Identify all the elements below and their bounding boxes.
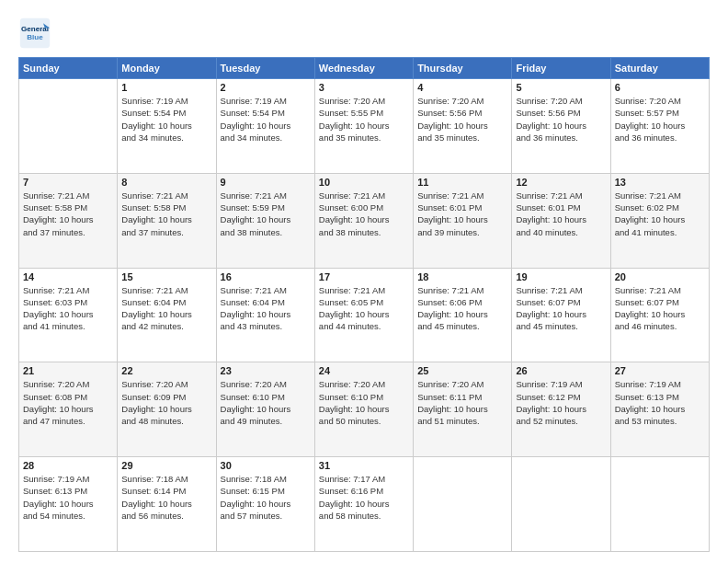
- day-number: 12: [516, 177, 606, 188]
- calendar-cell: 4Sunrise: 7:20 AM Sunset: 5:56 PM Daylig…: [414, 79, 512, 174]
- calendar-cell: 15Sunrise: 7:21 AM Sunset: 6:04 PM Dayli…: [118, 268, 216, 362]
- day-info: Sunrise: 7:21 AM Sunset: 6:01 PM Dayligh…: [417, 190, 507, 238]
- day-info: Sunrise: 7:21 AM Sunset: 6:02 PM Dayligh…: [615, 190, 705, 238]
- day-of-week-header: Friday: [512, 58, 610, 79]
- day-number: 29: [121, 460, 211, 471]
- day-info: Sunrise: 7:18 AM Sunset: 6:14 PM Dayligh…: [121, 473, 211, 522]
- day-number: 9: [221, 177, 311, 188]
- day-number: 13: [615, 177, 705, 188]
- day-info: Sunrise: 7:20 AM Sunset: 6:10 PM Dayligh…: [221, 378, 311, 427]
- day-number: 24: [319, 365, 409, 376]
- day-number: 25: [417, 365, 507, 376]
- header: General Blue: [18, 17, 710, 50]
- day-of-week-header: Tuesday: [216, 58, 314, 79]
- day-info: Sunrise: 7:21 AM Sunset: 6:01 PM Dayligh…: [516, 190, 606, 238]
- day-number: 22: [121, 365, 211, 376]
- calendar-cell: 9Sunrise: 7:21 AM Sunset: 5:59 PM Daylig…: [216, 173, 314, 268]
- calendar-cell: 8Sunrise: 7:21 AM Sunset: 5:58 PM Daylig…: [118, 173, 216, 268]
- day-number: 10: [319, 177, 409, 188]
- calendar-cell: 17Sunrise: 7:21 AM Sunset: 6:05 PM Dayli…: [314, 268, 413, 362]
- calendar-cell: 29Sunrise: 7:18 AM Sunset: 6:14 PM Dayli…: [118, 457, 216, 552]
- day-info: Sunrise: 7:21 AM Sunset: 6:07 PM Dayligh…: [516, 284, 606, 333]
- day-info: Sunrise: 7:20 AM Sunset: 5:57 PM Dayligh…: [615, 95, 705, 144]
- day-info: Sunrise: 7:20 AM Sunset: 5:55 PM Dayligh…: [319, 95, 409, 144]
- day-info: Sunrise: 7:19 AM Sunset: 6:12 PM Dayligh…: [516, 378, 606, 427]
- calendar-cell: 12Sunrise: 7:21 AM Sunset: 6:01 PM Dayli…: [512, 173, 610, 268]
- day-info: Sunrise: 7:20 AM Sunset: 5:56 PM Dayligh…: [417, 95, 507, 144]
- day-info: Sunrise: 7:20 AM Sunset: 6:08 PM Dayligh…: [23, 378, 113, 427]
- calendar-cell: 6Sunrise: 7:20 AM Sunset: 5:57 PM Daylig…: [610, 79, 709, 174]
- calendar-cell: 13Sunrise: 7:21 AM Sunset: 6:02 PM Dayli…: [610, 173, 709, 268]
- calendar-cell: 7Sunrise: 7:21 AM Sunset: 5:58 PM Daylig…: [19, 173, 118, 268]
- day-number: 15: [121, 271, 211, 282]
- day-of-week-header: Saturday: [610, 58, 709, 79]
- day-info: Sunrise: 7:21 AM Sunset: 5:58 PM Dayligh…: [23, 190, 113, 238]
- calendar-cell: 1Sunrise: 7:19 AM Sunset: 5:54 PM Daylig…: [118, 79, 216, 174]
- day-number: 30: [221, 460, 311, 471]
- calendar-cell: 20Sunrise: 7:21 AM Sunset: 6:07 PM Dayli…: [610, 268, 709, 362]
- day-of-week-header: Wednesday: [314, 58, 413, 79]
- day-info: Sunrise: 7:19 AM Sunset: 6:13 PM Dayligh…: [23, 473, 113, 522]
- day-info: Sunrise: 7:21 AM Sunset: 6:05 PM Dayligh…: [319, 284, 409, 333]
- day-info: Sunrise: 7:20 AM Sunset: 6:11 PM Dayligh…: [417, 378, 507, 427]
- day-info: Sunrise: 7:20 AM Sunset: 6:09 PM Dayligh…: [121, 378, 211, 427]
- day-number: 4: [417, 82, 507, 93]
- day-info: Sunrise: 7:21 AM Sunset: 6:04 PM Dayligh…: [121, 284, 211, 333]
- calendar-cell: [512, 457, 610, 552]
- calendar-header: SundayMondayTuesdayWednesdayThursdayFrid…: [19, 58, 710, 79]
- calendar-cell: 26Sunrise: 7:19 AM Sunset: 6:12 PM Dayli…: [512, 362, 610, 457]
- calendar-cell: 30Sunrise: 7:18 AM Sunset: 6:15 PM Dayli…: [216, 457, 314, 552]
- calendar-cell: 2Sunrise: 7:19 AM Sunset: 5:54 PM Daylig…: [216, 79, 314, 174]
- calendar-cell: [414, 457, 512, 552]
- day-number: 28: [23, 460, 113, 471]
- day-number: 18: [417, 271, 507, 282]
- calendar-table: SundayMondayTuesdayWednesdayThursdayFrid…: [18, 57, 710, 552]
- calendar-cell: 16Sunrise: 7:21 AM Sunset: 6:04 PM Dayli…: [216, 268, 314, 362]
- day-number: 11: [417, 177, 507, 188]
- day-number: 16: [221, 271, 311, 282]
- calendar-cell: 19Sunrise: 7:21 AM Sunset: 6:07 PM Dayli…: [512, 268, 610, 362]
- day-number: 1: [121, 82, 211, 93]
- calendar-cell: 21Sunrise: 7:20 AM Sunset: 6:08 PM Dayli…: [19, 362, 118, 457]
- day-number: 23: [221, 365, 311, 376]
- day-number: 26: [516, 365, 606, 376]
- calendar-cell: 10Sunrise: 7:21 AM Sunset: 6:00 PM Dayli…: [314, 173, 413, 268]
- calendar-cell: 22Sunrise: 7:20 AM Sunset: 6:09 PM Dayli…: [118, 362, 216, 457]
- svg-text:Blue: Blue: [27, 33, 43, 41]
- calendar-body: 1Sunrise: 7:19 AM Sunset: 5:54 PM Daylig…: [19, 79, 710, 552]
- day-number: 8: [121, 177, 211, 188]
- calendar-cell: 23Sunrise: 7:20 AM Sunset: 6:10 PM Dayli…: [216, 362, 314, 457]
- day-info: Sunrise: 7:19 AM Sunset: 5:54 PM Dayligh…: [221, 95, 311, 144]
- day-info: Sunrise: 7:21 AM Sunset: 6:00 PM Dayligh…: [319, 190, 409, 238]
- day-info: Sunrise: 7:21 AM Sunset: 6:06 PM Dayligh…: [417, 284, 507, 333]
- calendar-cell: 14Sunrise: 7:21 AM Sunset: 6:03 PM Dayli…: [19, 268, 118, 362]
- day-info: Sunrise: 7:21 AM Sunset: 6:07 PM Dayligh…: [615, 284, 705, 333]
- header-row: SundayMondayTuesdayWednesdayThursdayFrid…: [19, 58, 710, 79]
- calendar-cell: 3Sunrise: 7:20 AM Sunset: 5:55 PM Daylig…: [314, 79, 413, 174]
- calendar-cell: 25Sunrise: 7:20 AM Sunset: 6:11 PM Dayli…: [414, 362, 512, 457]
- day-number: 3: [319, 82, 409, 93]
- calendar-cell: 31Sunrise: 7:17 AM Sunset: 6:16 PM Dayli…: [314, 457, 413, 552]
- calendar-week-row: 21Sunrise: 7:20 AM Sunset: 6:08 PM Dayli…: [19, 362, 710, 457]
- day-number: 31: [319, 460, 409, 471]
- calendar-cell: 27Sunrise: 7:19 AM Sunset: 6:13 PM Dayli…: [610, 362, 709, 457]
- day-of-week-header: Sunday: [19, 58, 118, 79]
- day-number: 19: [516, 271, 606, 282]
- logo-icon: General Blue: [18, 17, 51, 50]
- day-info: Sunrise: 7:21 AM Sunset: 5:58 PM Dayligh…: [121, 190, 211, 238]
- day-number: 6: [615, 82, 705, 93]
- logo: General Blue: [18, 17, 55, 50]
- day-info: Sunrise: 7:17 AM Sunset: 6:16 PM Dayligh…: [319, 473, 409, 522]
- calendar-cell: 24Sunrise: 7:20 AM Sunset: 6:10 PM Dayli…: [314, 362, 413, 457]
- calendar-cell: [610, 457, 709, 552]
- calendar-cell: 28Sunrise: 7:19 AM Sunset: 6:13 PM Dayli…: [19, 457, 118, 552]
- day-number: 17: [319, 271, 409, 282]
- calendar-cell: 11Sunrise: 7:21 AM Sunset: 6:01 PM Dayli…: [414, 173, 512, 268]
- page: General Blue SundayMondayTuesdayWednesda…: [0, 0, 728, 563]
- day-of-week-header: Thursday: [414, 58, 512, 79]
- day-info: Sunrise: 7:20 AM Sunset: 5:56 PM Dayligh…: [516, 95, 606, 144]
- day-of-week-header: Monday: [118, 58, 216, 79]
- calendar-week-row: 7Sunrise: 7:21 AM Sunset: 5:58 PM Daylig…: [19, 173, 710, 268]
- day-info: Sunrise: 7:19 AM Sunset: 5:54 PM Dayligh…: [121, 95, 211, 144]
- calendar-cell: 18Sunrise: 7:21 AM Sunset: 6:06 PM Dayli…: [414, 268, 512, 362]
